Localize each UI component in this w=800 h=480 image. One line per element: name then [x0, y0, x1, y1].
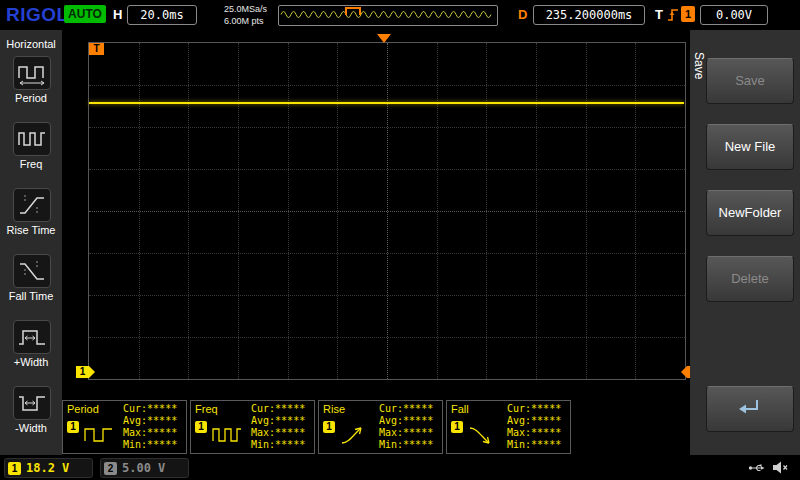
rigol-logo: RIGOL	[6, 4, 69, 26]
fall-time-icon	[16, 257, 48, 285]
channel2-status: 2 5.00 V	[100, 458, 189, 478]
period-icon	[83, 423, 117, 447]
avg-value: Avg:*****	[507, 415, 561, 427]
new-folder-button[interactable]: NewFolder	[706, 190, 794, 236]
min-value: Min:*****	[251, 439, 305, 451]
sidebar-item-plus-width[interactable]: +Width	[0, 320, 62, 380]
avg-value: Avg:*****	[379, 415, 433, 427]
measurement-values: Cur:***** Avg:***** Max:***** Min:*****	[123, 403, 177, 451]
rise-time-tile	[13, 188, 51, 222]
measurement-panel-fall: Fall 1 Cur:***** Avg:***** Max:***** Min…	[446, 400, 571, 454]
measurement-name: Freq	[195, 403, 218, 415]
sidebar-item-label: Freq	[0, 158, 62, 170]
rise-time-icon	[16, 191, 48, 219]
sidebar-item-rise-time[interactable]: Rise Time	[0, 188, 62, 248]
avg-value: Avg:*****	[251, 415, 305, 427]
memory-wave-preview	[278, 5, 498, 26]
save-button[interactable]: Save	[706, 58, 794, 104]
channel-badge: 1	[451, 421, 463, 433]
measurement-name: Period	[67, 403, 99, 415]
trigger-slope-icon	[667, 6, 680, 23]
sidebar-item-label: Fall Time	[0, 290, 62, 302]
sample-rate: 25.0MSa/s	[224, 3, 267, 15]
minus-width-tile	[13, 386, 51, 420]
bottom-status-bar: 1 18.2 V 2 5.00 V	[0, 455, 800, 480]
channel-badge: 1	[195, 421, 207, 433]
top-status-bar: RIGOL AUTO H 20.0ms 25.0MSa/s 6.00M pts …	[0, 0, 800, 30]
period-tile	[13, 56, 51, 90]
trigger-position-marker: T	[89, 43, 104, 55]
trigger-source-badge: 1	[681, 6, 695, 22]
preview-wave-icon	[279, 6, 495, 23]
channel1-badge: 1	[8, 462, 21, 475]
min-value: Min:*****	[123, 439, 177, 451]
save-menu-sidebar: Save Save New File NewFolder Delete	[690, 30, 800, 455]
sample-info: 25.0MSa/s 6.00M pts	[224, 3, 267, 27]
save-menu-title: Save	[692, 52, 706, 79]
measurement-panel-period: Period 1 Cur:***** Avg:***** Max:***** M…	[62, 400, 187, 454]
measurement-values: Cur:***** Avg:***** Max:***** Min:*****	[507, 403, 561, 451]
measurement-panel-rise: Rise 1 Cur:***** Avg:***** Max:***** Min…	[318, 400, 443, 454]
max-value: Max:*****	[123, 427, 177, 439]
minus-width-icon	[16, 389, 48, 417]
channel1-offset-marker: 1	[76, 366, 89, 378]
measurement-values: Cur:***** Avg:***** Max:***** Min:*****	[379, 403, 433, 451]
channel-badge: 1	[67, 421, 79, 433]
sidebar-item-fall-time[interactable]: Fall Time	[0, 254, 62, 314]
sidebar-item-label: Rise Time	[0, 224, 62, 236]
channel1-status: 1 18.2 V	[4, 458, 93, 478]
sidebar-item-label: +Width	[0, 356, 62, 368]
run-state-badge: AUTO	[64, 5, 106, 23]
channel2-badge: 2	[104, 462, 117, 475]
delay-label: D	[518, 7, 527, 22]
graticule	[88, 42, 686, 380]
channel1-scale: 18.2 V	[26, 461, 69, 475]
channel-badge: 1	[323, 421, 335, 433]
fall-icon	[467, 423, 501, 447]
sidebar-item-minus-width[interactable]: -Width	[0, 386, 62, 446]
channel2-scale: 5.00 V	[122, 461, 165, 475]
cur-value: Cur:*****	[379, 403, 433, 415]
sidebar-item-period[interactable]: Period	[0, 56, 62, 116]
fall-time-tile	[13, 254, 51, 288]
cur-value: Cur:*****	[507, 403, 561, 415]
min-value: Min:*****	[379, 439, 433, 451]
min-value: Min:*****	[507, 439, 561, 451]
max-value: Max:*****	[507, 427, 561, 439]
preview-window-marker	[345, 7, 361, 15]
speaker-icon	[772, 460, 789, 475]
measure-sidebar: Horizontal Period Freq	[0, 30, 62, 455]
cur-value: Cur:*****	[123, 403, 177, 415]
max-value: Max:*****	[251, 427, 305, 439]
back-button[interactable]	[706, 386, 794, 432]
freq-icon	[16, 125, 48, 153]
sidebar-item-label: -Width	[0, 422, 62, 434]
timebase-value: 20.0ms	[127, 5, 197, 25]
sidebar-item-label: Period	[0, 92, 62, 104]
delay-value: 235.200000ms	[533, 5, 645, 25]
sidebar-item-freq[interactable]: Freq	[0, 122, 62, 182]
cur-value: Cur:*****	[251, 403, 305, 415]
usb-icon	[748, 461, 766, 475]
channel1-trace	[89, 102, 684, 104]
delete-button[interactable]: Delete	[706, 256, 794, 302]
measurement-values: Cur:***** Avg:***** Max:***** Min:*****	[251, 403, 305, 451]
memory-depth: 6.00M pts	[224, 15, 267, 27]
trigger-label: T	[655, 7, 663, 22]
max-value: Max:*****	[379, 427, 433, 439]
horizontal-label: H	[113, 7, 122, 22]
rise-icon	[339, 423, 373, 447]
freq-tile	[13, 122, 51, 156]
measure-sidebar-title: Horizontal	[0, 38, 62, 50]
trigger-level-value: 0.00V	[700, 5, 768, 25]
measurement-name: Rise	[323, 403, 345, 415]
measurement-name: Fall	[451, 403, 469, 415]
plus-width-tile	[13, 320, 51, 354]
new-file-button[interactable]: New File	[706, 124, 794, 170]
plus-width-icon	[16, 323, 48, 351]
avg-value: Avg:*****	[123, 415, 177, 427]
measurement-panel-freq: Freq 1 Cur:***** Avg:***** Max:***** Min…	[190, 400, 315, 454]
wave-preview-path	[281, 12, 491, 18]
trigger-position-triangle-icon	[377, 34, 391, 43]
return-arrow-icon	[735, 395, 765, 421]
